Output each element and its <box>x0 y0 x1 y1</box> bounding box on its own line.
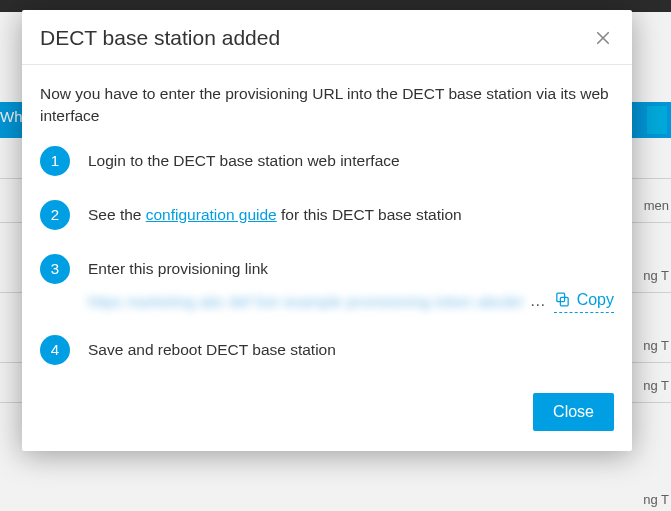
close-button[interactable]: Close <box>533 393 614 431</box>
provisioning-link-row: https marketing abc def live example pro… <box>88 288 614 313</box>
step-3-text: Enter this provisioning link <box>88 258 614 280</box>
modal-header: DECT base station added <box>22 10 632 65</box>
step-1-text: Login to the DECT base station web inter… <box>88 150 614 172</box>
copy-icon <box>554 291 571 308</box>
close-icon[interactable] <box>592 27 614 49</box>
configuration-guide-link[interactable]: configuration guide <box>146 206 277 223</box>
modal-intro-text: Now you have to enter the provisioning U… <box>40 83 614 128</box>
modal-title: DECT base station added <box>40 26 280 50</box>
step-2-text-before: See the <box>88 206 146 223</box>
steps-list-continued: 4 Save and reboot DECT base station <box>40 335 614 365</box>
step-number-badge: 2 <box>40 200 70 230</box>
steps-list: 1 Login to the DECT base station web int… <box>40 146 614 284</box>
step-2-text-after: for this DECT base station <box>277 206 462 223</box>
step-4: 4 Save and reboot DECT base station <box>40 335 614 365</box>
modal-footer: Close <box>22 383 632 451</box>
modal-body: Now you have to enter the provisioning U… <box>22 65 632 383</box>
step-number-badge: 1 <box>40 146 70 176</box>
copy-button[interactable]: Copy <box>554 288 614 313</box>
step-number-badge: 3 <box>40 254 70 284</box>
step-2-text: See the configuration guide for this DEC… <box>88 204 614 226</box>
step-1: 1 Login to the DECT base station web int… <box>40 146 614 176</box>
ellipsis-icon: … <box>528 289 548 312</box>
modal-dect-added: DECT base station added Now you have to … <box>22 10 632 451</box>
step-number-badge: 4 <box>40 335 70 365</box>
step-3: 3 Enter this provisioning link <box>40 254 614 284</box>
step-4-text: Save and reboot DECT base station <box>88 339 614 361</box>
copy-button-label: Copy <box>577 288 614 311</box>
provisioning-url-blurred: https marketing abc def live example pro… <box>88 291 522 311</box>
step-2: 2 See the configuration guide for this D… <box>40 200 614 230</box>
